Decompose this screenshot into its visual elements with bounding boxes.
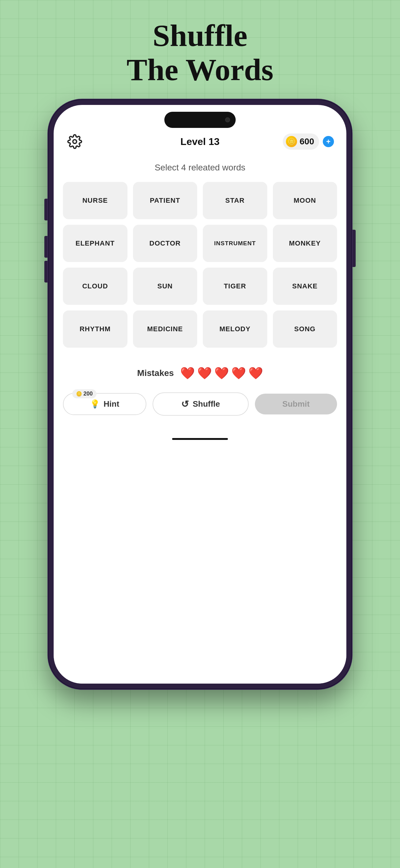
shuffle-label: Shuffle [193,399,220,409]
instructions-text: Select 4 releated words [54,156,346,182]
heart-5: ❤️ [248,366,263,380]
home-indicator [54,431,346,447]
shuffle-button[interactable]: ↺ Shuffle [153,393,249,416]
submit-button[interactable]: Submit [255,394,337,414]
word-tile-rhythm[interactable]: RHYTHM [63,310,128,348]
heart-4: ❤️ [231,366,246,380]
hearts-container: ❤️ ❤️ ❤️ ❤️ ❤️ [180,366,263,380]
svg-point-0 [73,140,76,144]
dynamic-island [164,112,236,128]
coins-badge: 🪙 600 [283,133,319,150]
word-tile-sun[interactable]: SUN [133,268,198,305]
home-bar [172,438,228,440]
app-title: Shuffle The Words [127,0,273,87]
hint-label: Hint [104,399,120,409]
phone-frame: Level 13 🪙 600 + Select 4 releated words… [48,99,352,689]
settings-button[interactable] [66,133,84,150]
phone-screen: Level 13 🪙 600 + Select 4 releated words… [54,105,346,684]
coin-icon: 🪙 [286,136,297,147]
word-tile-moon[interactable]: MOON [273,182,337,219]
mistakes-label: Mistakes [137,368,174,378]
word-tile-monkey[interactable]: MONKEY [273,225,337,262]
word-tile-instrument[interactable]: INSTRUMENT [203,225,267,262]
shuffle-icon: ↺ [181,399,189,409]
camera-dot [225,117,230,122]
add-coins-button[interactable]: + [323,136,334,147]
hint-button[interactable]: 🪙 200 💡 Hint [63,393,146,415]
word-tile-song[interactable]: SONG [273,310,337,348]
hint-cost-badge: 🪙 200 [72,389,96,398]
hint-cost-coin-icon: 🪙 [76,391,82,397]
word-tile-snake[interactable]: SNAKE [273,268,337,305]
bottom-space [54,447,346,684]
word-tile-elephant[interactable]: ELEPHANT [63,225,128,262]
word-tile-melody[interactable]: MELODY [203,310,267,348]
heart-3: ❤️ [214,366,229,380]
word-tile-cloud[interactable]: CLOUD [63,268,128,305]
mistakes-section: Mistakes ❤️ ❤️ ❤️ ❤️ ❤️ [54,360,346,386]
level-label: Level 13 [180,136,220,148]
word-tile-tiger[interactable]: TIGER [203,268,267,305]
heart-2: ❤️ [197,366,212,380]
word-tile-medicine[interactable]: MEDICINE [133,310,198,348]
heart-1: ❤️ [180,366,195,380]
hint-bulb-icon: 💡 [90,399,100,409]
word-tile-patient[interactable]: PATIENT [133,182,198,219]
coins-area: 🪙 600 + [283,133,334,150]
word-tile-nurse[interactable]: NURSE [63,182,128,219]
word-tile-star[interactable]: STAR [203,182,267,219]
title-line1: Shuffle [127,19,273,53]
word-grid: NURSE PATIENT STAR MOON ELEPHANT DOCTOR … [54,182,346,348]
title-line2: The Words [127,53,273,87]
coins-amount: 600 [300,136,314,147]
hint-cost-amount: 200 [84,391,93,397]
word-tile-doctor[interactable]: DOCTOR [133,225,198,262]
bottom-buttons: 🪙 200 💡 Hint ↺ Shuffle Submit [54,386,346,431]
